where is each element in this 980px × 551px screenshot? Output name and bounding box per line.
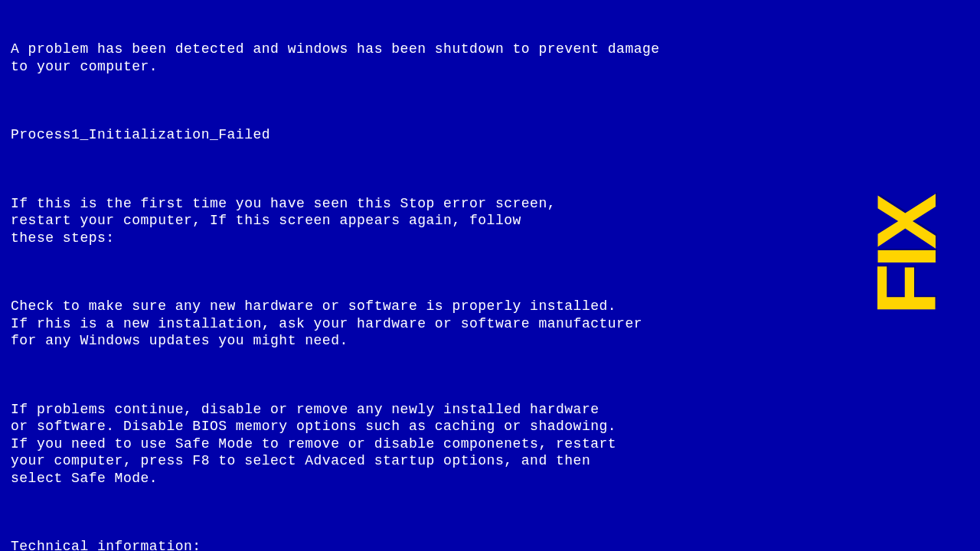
bsod-error-name: Process1_Initialization_Failed — [11, 126, 969, 144]
bsod-check-hardware-text: Check to make sure any new hardware or s… — [11, 298, 969, 350]
bsod-intro-text: A problem has been detected and windows … — [11, 41, 969, 75]
bsod-screen: A problem has been detected and windows … — [0, 0, 980, 551]
bsod-first-time-text: If this is the first time you have seen … — [11, 195, 969, 247]
fix-overlay-label: FIX — [864, 197, 948, 315]
bsod-technical-header: Technical information: — [11, 538, 969, 551]
bsod-safe-mode-text: If problems continue, disable or remove … — [11, 401, 969, 487]
